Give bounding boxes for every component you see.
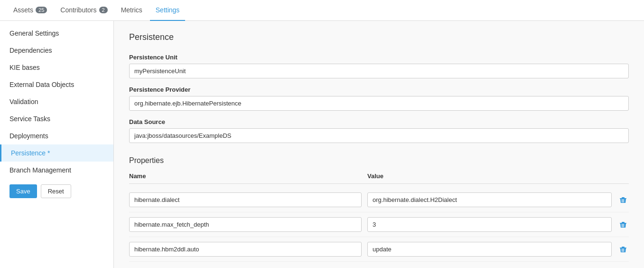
svg-rect-2 [620,248,626,249]
property-value-input-2[interactable] [367,242,612,257]
tab-contributors-label: Contributors [60,6,96,14]
persistence-provider-input[interactable] [129,96,629,111]
tab-assets[interactable]: Assets 25 [8,0,53,21]
data-source-input[interactable] [129,128,629,143]
tab-metrics[interactable]: Metrics [115,0,148,21]
main-layout: General Settings Dependencies KIE bases … [0,21,644,268]
trash-icon-2 [619,246,627,253]
sidebar-item-persistence-label: Persistence * [11,149,50,157]
sidebar-item-validation-label: Validation [9,98,38,105]
sidebar-item-service-tasks-label: Service Tasks [9,115,50,123]
property-name-input-1[interactable] [129,217,362,232]
property-row-0 [129,188,629,212]
persistence-unit-label: Persistence Unit [129,54,629,61]
property-row-1 [129,212,629,237]
trash-icon-1 [619,221,627,229]
sidebar-item-persistence[interactable]: Persistence * [0,144,113,162]
sidebar-item-deployments[interactable]: Deployments [0,127,113,144]
sidebar: General Settings Dependencies KIE bases … [0,21,114,268]
col-value-header: Value [367,172,629,180]
sidebar-item-validation[interactable]: Validation [0,93,113,110]
properties-table-header: Name Value [129,172,629,184]
tab-assets-label: Assets [13,6,33,14]
delete-property-button-2[interactable] [617,244,629,255]
tab-contributors-badge: 2 [99,7,108,13]
reset-button[interactable]: Reset [41,184,71,198]
property-value-input-1[interactable] [367,217,612,232]
sidebar-item-kie-bases[interactable]: KIE bases [0,59,113,76]
sidebar-item-dependencies[interactable]: Dependencies [0,42,113,59]
section-title: Persistence [129,32,629,42]
trash-icon-0 [619,196,627,204]
properties-title: Properties [129,156,629,165]
sidebar-item-external-data-objects-label: External Data Objects [9,81,74,88]
tab-settings[interactable]: Settings [150,0,186,21]
tab-contributors[interactable]: Contributors 2 [55,0,113,21]
data-source-label: Data Source [129,118,629,125]
delete-property-button-0[interactable] [617,194,629,206]
sidebar-item-general-settings-label: General Settings [9,29,59,37]
main-content-area: Persistence Persistence Unit Persistence… [114,21,644,268]
sidebar-item-service-tasks[interactable]: Service Tasks [0,110,113,127]
persistence-unit-input[interactable] [129,64,629,78]
sidebar-item-branch-management[interactable]: Branch Management [0,162,113,179]
top-nav: Assets 25 Contributors 2 Metrics Setting… [0,0,644,21]
sidebar-item-external-data-objects[interactable]: External Data Objects [0,76,113,93]
persistence-provider-label: Persistence Provider [129,86,629,93]
tab-assets-badge: 25 [36,7,47,13]
sidebar-item-general-settings[interactable]: General Settings [0,25,113,42]
property-name-input-0[interactable] [129,192,362,207]
col-name-header: Name [129,172,362,180]
property-name-input-2[interactable] [129,242,362,257]
property-row-2 [129,237,629,262]
sidebar-action-buttons: Save Reset [0,179,113,204]
svg-rect-1 [620,223,626,224]
sidebar-item-dependencies-label: Dependencies [9,47,52,54]
tab-settings-label: Settings [156,6,180,14]
property-value-input-0[interactable] [367,192,612,207]
sidebar-item-branch-management-label: Branch Management [9,166,71,174]
sidebar-item-deployments-label: Deployments [9,132,48,140]
delete-property-button-1[interactable] [617,219,629,230]
save-button[interactable]: Save [9,184,37,198]
svg-rect-0 [620,198,626,199]
sidebar-item-kie-bases-label: KIE bases [9,64,40,71]
tab-metrics-label: Metrics [121,6,142,14]
